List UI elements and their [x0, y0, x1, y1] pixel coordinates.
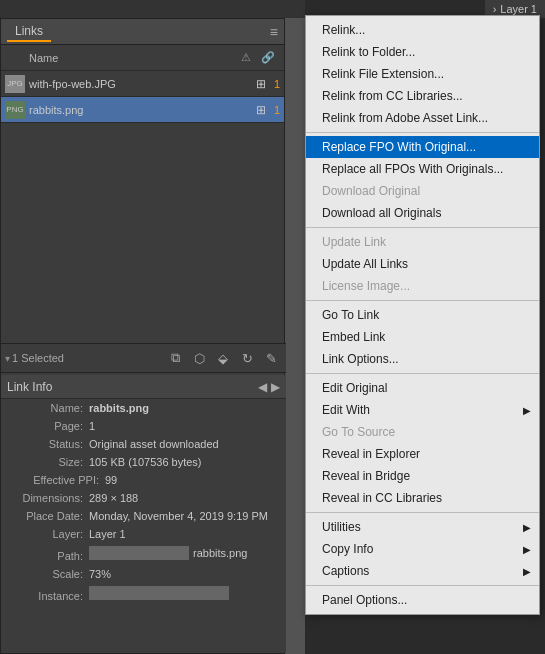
layer-tab-label: Layer 1: [500, 3, 537, 15]
path-value: rabbits.png: [89, 546, 278, 560]
instance-bar: [89, 586, 229, 600]
file-row-fpo[interactable]: JPG with-fpo-web.JPG ⊞ 1: [1, 71, 284, 97]
menu-separator: [306, 227, 539, 228]
link-info-prev[interactable]: ◀: [258, 380, 267, 394]
scale-label: Scale:: [9, 568, 89, 580]
file-name-rabbits: rabbits.png: [29, 104, 256, 116]
file-thumb-rabbits: PNG: [5, 101, 25, 119]
link-info-title: Link Info: [7, 380, 52, 394]
path-bar: [89, 546, 189, 560]
ppi-value: 99: [105, 474, 278, 486]
submenu-arrow-icon: ▶: [523, 544, 531, 555]
panel-menu-icon[interactable]: ≡: [270, 24, 278, 40]
file-status-rabbits: ⊞: [256, 103, 266, 117]
menu-item-reveal-in-bridge[interactable]: Reveal in Bridge: [306, 465, 539, 487]
fpo-status-icon: ⊞: [256, 77, 266, 91]
menu-item-edit-original[interactable]: Edit Original: [306, 377, 539, 399]
links-tab[interactable]: Links: [7, 22, 51, 42]
menu-item-download-original: Download Original: [306, 180, 539, 202]
menu-item-go-to-link[interactable]: Go To Link: [306, 304, 539, 326]
submenu-arrow-icon: ▶: [523, 405, 531, 416]
panel-titlebar: Links ≡: [1, 19, 284, 45]
info-row-status: Status: Original asset downloaded: [1, 435, 286, 453]
menu-item-reveal-in-explorer[interactable]: Reveal in Explorer: [306, 443, 539, 465]
menu-item-utilities[interactable]: Utilities▶: [306, 516, 539, 538]
menu-separator: [306, 300, 539, 301]
size-label: Size:: [9, 456, 89, 468]
links-panel: Links ≡ Name ⚠ 🔗 JPG with-fpo-web.JPG ⊞ …: [0, 18, 285, 654]
dimensions-value: 289 × 188: [89, 492, 278, 504]
menu-item-replace-fpo-with-original-[interactable]: Replace FPO With Original...: [306, 136, 539, 158]
menu-item-copy-info[interactable]: Copy Info▶: [306, 538, 539, 560]
menu-item-relink-[interactable]: Relink...: [306, 19, 539, 41]
go-to-link-button[interactable]: ⬙: [212, 347, 234, 369]
menu-item-license-image-: License Image...: [306, 275, 539, 297]
info-row-scale: Scale: 73%: [1, 565, 286, 583]
link-column-icon: 🔗: [260, 51, 276, 64]
info-row-ppi: Effective PPI: 99: [1, 471, 286, 489]
file-thumb-fpo: JPG: [5, 75, 25, 93]
status-label: Status:: [9, 438, 89, 450]
file-name-fpo: with-fpo-web.JPG: [29, 78, 256, 90]
status-column-headers: ⚠ 🔗: [238, 51, 276, 64]
menu-separator: [306, 132, 539, 133]
info-row-layer: Layer: Layer 1: [1, 525, 286, 543]
menu-item-edit-with[interactable]: Edit With▶: [306, 399, 539, 421]
menu-item-reveal-in-cc-libraries[interactable]: Reveal in CC Libraries: [306, 487, 539, 509]
menu-item-update-link: Update Link: [306, 231, 539, 253]
menu-item-update-all-links[interactable]: Update All Links: [306, 253, 539, 275]
place-date-label: Place Date:: [9, 510, 89, 522]
menu-item-panel-options-[interactable]: Panel Options...: [306, 589, 539, 611]
dimensions-label: Dimensions:: [9, 492, 89, 504]
ppi-label: Effective PPI:: [9, 474, 105, 486]
relink-linked-button[interactable]: ⬡: [188, 347, 210, 369]
link-info-next[interactable]: ▶: [271, 380, 280, 394]
menu-item-go-to-source: Go To Source: [306, 421, 539, 443]
context-menu: Relink...Relink to Folder...Relink File …: [305, 15, 540, 615]
menu-separator: [306, 512, 539, 513]
rabbits-page-num: 1: [268, 104, 280, 116]
fpo-page-num: 1: [268, 78, 280, 90]
panel-toolbar: ▾ 1 Selected ⧉ ⬡ ⬙ ↻ ✎: [1, 343, 286, 373]
edit-original-button[interactable]: ✎: [260, 347, 282, 369]
menu-separator: [306, 585, 539, 586]
size-value: 105 KB (107536 bytes): [89, 456, 278, 468]
menu-item-relink-from-adobe-asset-link-[interactable]: Relink from Adobe Asset Link...: [306, 107, 539, 129]
file-status-fpo: ⊞: [256, 77, 266, 91]
place-date-value: Monday, November 4, 2019 9:19 PM: [89, 510, 278, 522]
menu-item-relink-to-folder-[interactable]: Relink to Folder...: [306, 41, 539, 63]
menu-item-replace-all-fpos-with-originals-[interactable]: Replace all FPOs With Originals...: [306, 158, 539, 180]
column-headers: Name ⚠ 🔗: [1, 45, 284, 71]
menu-item-captions[interactable]: Captions▶: [306, 560, 539, 582]
info-row-page: Page: 1: [1, 417, 286, 435]
status-value: Original asset downloaded: [89, 438, 278, 450]
layer-tab-arrow: ›: [493, 3, 497, 15]
link-info-nav: ◀ ▶: [258, 380, 280, 394]
scale-value: 73%: [89, 568, 278, 580]
instance-value: [89, 586, 278, 602]
layer-label: Layer:: [9, 528, 89, 540]
relink-group-button[interactable]: ⧉: [164, 347, 186, 369]
warning-column-icon: ⚠: [238, 51, 254, 64]
page-label: Page:: [9, 420, 89, 432]
update-link-button[interactable]: ↻: [236, 347, 258, 369]
selected-count-text: 1 Selected: [12, 352, 64, 364]
selected-count-label: ▾ 1 Selected: [5, 352, 64, 364]
menu-item-relink-from-cc-libraries-[interactable]: Relink from CC Libraries...: [306, 85, 539, 107]
info-row-place-date: Place Date: Monday, November 4, 2019 9:1…: [1, 507, 286, 525]
menu-item-link-options-[interactable]: Link Options...: [306, 348, 539, 370]
info-row-size: Size: 105 KB (107536 bytes): [1, 453, 286, 471]
path-filename: rabbits.png: [193, 547, 247, 559]
layer-value: Layer 1: [89, 528, 278, 540]
file-row-rabbits[interactable]: PNG rabbits.png ⊞ 1: [1, 97, 284, 123]
menu-item-embed-link[interactable]: Embed Link: [306, 326, 539, 348]
menu-item-download-all-originals[interactable]: Download all Originals: [306, 202, 539, 224]
link-info-header: Link Info ◀ ▶: [1, 375, 286, 399]
menu-separator: [306, 373, 539, 374]
menu-item-relink-file-extension-[interactable]: Relink File Extension...: [306, 63, 539, 85]
submenu-arrow-icon: ▶: [523, 522, 531, 533]
info-row-name: Name: rabbits.png: [1, 399, 286, 417]
info-row-dimensions: Dimensions: 289 × 188: [1, 489, 286, 507]
instance-label: Instance:: [9, 590, 89, 602]
info-row-instance: Instance:: [1, 583, 286, 605]
